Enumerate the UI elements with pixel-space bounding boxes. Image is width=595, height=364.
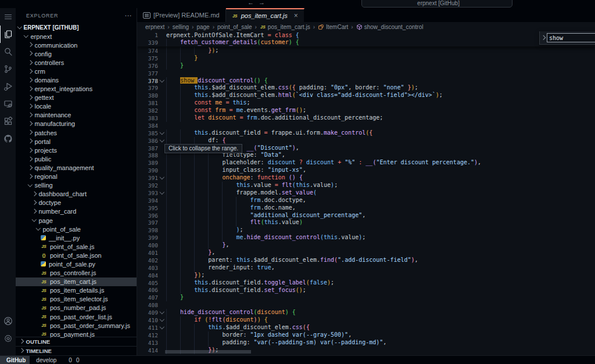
code-line[interactable]: 399me.hide_discount_control(this.value); xyxy=(137,234,595,242)
code-line[interactable]: 382const frm = me.events.get_frm(); xyxy=(137,107,595,114)
tree-item-regional[interactable]: regional xyxy=(16,172,137,181)
code-line[interactable]: 377 xyxy=(137,70,595,77)
remote-explorer-icon[interactable] xyxy=(0,95,16,113)
breadcrumb-item-selling[interactable]: selling xyxy=(173,24,189,30)
code-line[interactable]: 402parent: this.$add_discount_elem.find(… xyxy=(137,257,595,264)
tree-item-point_of_sale.js[interactable]: JSpoint_of_sale.js xyxy=(16,242,137,251)
search-icon[interactable] xyxy=(0,43,16,60)
tree-item-__init__.py[interactable]: __init__.py xyxy=(16,233,137,242)
tree-item-domains[interactable]: domains xyxy=(16,75,137,84)
code-line[interactable]: 396"additional_discount_percentage", xyxy=(137,212,595,219)
code-line[interactable]: 413padding: "var(--padding-sm) var(--pad… xyxy=(137,339,595,347)
tree-item-point_of_sale[interactable]: point_of_sale xyxy=(16,225,137,233)
menu-icon[interactable] xyxy=(0,8,16,26)
code-line[interactable]: 389placeholder: discount ? discount + "%… xyxy=(137,159,595,167)
code-line[interactable]: 403render_input: true, xyxy=(137,264,595,272)
code-line[interactable]: 376} xyxy=(137,62,595,70)
code-line[interactable]: 410if (!flt(discount)) { xyxy=(137,316,595,324)
code-line[interactable]: 406this.discount_field.set_focus(); xyxy=(137,287,595,294)
code-line[interactable]: 1erpnext.PointOfSale.ItemCart = class { xyxy=(137,31,595,39)
tree-item-pos_number_pad.js[interactable]: JSpos_number_pad.js xyxy=(16,304,137,312)
fold-chevron-icon[interactable] xyxy=(158,319,166,321)
find-toggle-replace-icon[interactable] xyxy=(540,37,547,39)
code-line[interactable]: 393frappe.model.set_value( xyxy=(137,189,595,197)
tree-item-number_card[interactable]: number_card xyxy=(16,207,137,216)
fold-chevron-icon[interactable] xyxy=(158,140,166,142)
tree-item-patches[interactable]: patches xyxy=(16,128,137,137)
code-line[interactable]: 411this.$add_discount_elem.css({ xyxy=(137,324,595,331)
breadcrumb-item-page[interactable]: page xyxy=(196,24,209,30)
tree-item-gettext[interactable]: gettext xyxy=(16,93,137,102)
breadcrumb-item-itemcart[interactable]: ItemCart xyxy=(318,24,348,30)
code-line[interactable]: 400}, xyxy=(137,242,595,249)
tree-item-dashboard_chart[interactable]: dashboard_chart xyxy=(16,190,137,199)
code-line[interactable]: 390input_class: "input-xs", xyxy=(137,167,595,174)
code-line[interactable]: 395frm.doc.name, xyxy=(137,204,595,212)
account-icon[interactable] xyxy=(0,312,16,330)
workspace-section-header[interactable]: ERPNEXT [GITHUB] xyxy=(16,23,137,32)
tree-item-point_of_sale.py[interactable]: point_of_sale.py xyxy=(16,260,137,268)
code-line[interactable]: 378show_discount_control() { xyxy=(137,77,595,85)
code-line[interactable]: 397flt(this.value) xyxy=(137,219,595,226)
code-line[interactable]: 408 xyxy=(137,301,595,309)
tree-item-point_of_sale.json[interactable]: {}point_of_sale.json xyxy=(16,251,137,260)
tree-item-portal[interactable]: portal xyxy=(16,137,137,146)
breadcrumb-item-show-discount-control[interactable]: show_discount_control xyxy=(356,24,424,30)
code-line[interactable]: 394frm.doc.doctype, xyxy=(137,197,595,204)
fold-chevron-icon[interactable] xyxy=(158,192,166,194)
code-line[interactable]: 383let discount = frm.doc.additional_dis… xyxy=(137,114,595,122)
breadcrumb-item-point-of-sale[interactable]: point_of_sale xyxy=(217,24,252,30)
tree-item-crm[interactable]: crm xyxy=(16,67,137,75)
fold-chevron-icon[interactable] xyxy=(158,312,166,313)
fold-chevron-icon[interactable] xyxy=(158,177,166,179)
tree-item-projects[interactable]: projects xyxy=(16,146,137,154)
horizontal-scrollbar[interactable] xyxy=(165,350,251,354)
tree-item-pos_item_selector.js[interactable]: JSpos_item_selector.js xyxy=(16,295,137,304)
code-line[interactable]: 405this.discount_field.toggle_label(fals… xyxy=(137,279,595,287)
tree-item-erpnext_integrations[interactable]: erpnext_integrations xyxy=(16,85,137,93)
code-line[interactable]: 409hide_discount_control(discount) { xyxy=(137,309,595,316)
tree-item-quality_management[interactable]: quality_management xyxy=(16,163,137,172)
tree-item-controllers[interactable]: controllers xyxy=(16,58,137,67)
code-line[interactable]: 380this.$add_discount_elem.html(`<div cl… xyxy=(137,92,595,99)
tree-item-pos_controller.js[interactable]: JSpos_controller.js xyxy=(16,269,137,277)
fold-chevron-icon[interactable] xyxy=(158,132,166,134)
branch-indicator[interactable]: develop xyxy=(30,356,63,364)
tree-item-erpnext[interactable]: erpnext xyxy=(16,32,137,41)
find-input[interactable] xyxy=(547,33,595,42)
tree-item-pos_item_cart.js[interactable]: JSpos_item_cart.js xyxy=(16,277,137,286)
extensions-icon[interactable] xyxy=(0,113,16,130)
panel-header-outline[interactable]: OUTLINE xyxy=(16,337,137,346)
tree-item-selling[interactable]: selling xyxy=(16,181,137,190)
tree-item-locale[interactable]: locale xyxy=(16,102,137,111)
tree-item-pos_past_order_list.js[interactable]: JSpos_past_order_list.js xyxy=(16,312,137,321)
tree-item-public[interactable]: public xyxy=(16,154,137,163)
explorer-icon[interactable] xyxy=(0,26,16,43)
close-icon[interactable]: × xyxy=(294,12,298,19)
source-control-icon[interactable] xyxy=(0,60,16,78)
code-line[interactable]: 381const me = this; xyxy=(137,99,595,107)
settings-gear-icon[interactable] xyxy=(0,330,16,347)
command-center[interactable]: erpnext [GitHub] xyxy=(361,0,512,8)
breadcrumb-item-erpnext[interactable]: erpnext xyxy=(145,24,164,30)
code-line[interactable]: 385this.discount_field = frappe.ui.form.… xyxy=(137,129,595,137)
code-line[interactable]: 384 xyxy=(137,122,595,129)
fold-chevron-icon[interactable] xyxy=(158,80,166,82)
nav-history-icons[interactable]: ←→ xyxy=(248,0,270,6)
code-line[interactable]: 374}); xyxy=(137,47,595,55)
code-line[interactable]: 398); xyxy=(137,226,595,234)
tree-item-manufacturing[interactable]: manufacturing xyxy=(16,120,137,128)
tree-item-config[interactable]: config xyxy=(16,49,137,58)
panel-header-timeline[interactable]: TIMELINE xyxy=(16,346,137,355)
tree-item-pos_past_order_summary.js[interactable]: JSpos_past_order_summary.js xyxy=(16,321,137,330)
problems-indicator[interactable]: 0 0 xyxy=(63,356,83,364)
fold-chevron-icon[interactable] xyxy=(158,327,166,329)
run-debug-icon[interactable] xyxy=(0,78,16,95)
tab--preview-readme-md[interactable]: [Preview] README.md xyxy=(137,8,226,22)
remote-indicator[interactable]: GitHub xyxy=(0,356,30,364)
code-line[interactable]: 392this.value = flt(this.value); xyxy=(137,182,595,189)
explorer-actions-icon[interactable]: ⋯ xyxy=(124,12,132,20)
code-line[interactable]: 379this.$add_discount_elem.css({ padding… xyxy=(137,84,595,92)
code-line[interactable]: 339fetch_customer_details(customer) { xyxy=(137,39,595,46)
code-line[interactable]: 412border: "1px dashed var(--gray-500)", xyxy=(137,331,595,339)
